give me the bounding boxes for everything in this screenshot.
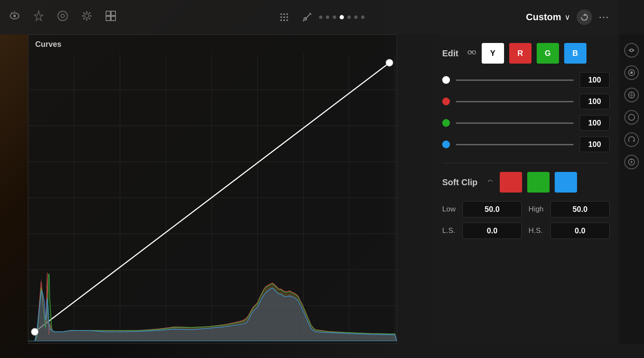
- svg-point-61: [629, 114, 635, 120]
- svg-point-27: [280, 19, 282, 21]
- custom-dropdown[interactable]: Custom ∨: [526, 12, 570, 23]
- svg-point-9: [86, 11, 88, 13]
- dots-grid-icon[interactable]: [278, 11, 290, 23]
- clip-btn-green[interactable]: [527, 172, 550, 193]
- more-icon[interactable]: ⋯: [598, 11, 610, 23]
- svg-line-50: [35, 63, 389, 332]
- svg-point-7: [61, 14, 64, 18]
- slider-track-green[interactable]: [456, 122, 574, 124]
- channel-btn-G[interactable]: G: [537, 43, 559, 64]
- slider-value-red[interactable]: 100: [580, 94, 610, 109]
- svg-point-8: [85, 14, 89, 18]
- clip-btn-blue[interactable]: [555, 172, 577, 193]
- link-icon[interactable]: [467, 48, 477, 59]
- chevron-down-icon: ∨: [565, 12, 570, 22]
- settings-circle-icon[interactable]: [81, 10, 93, 24]
- soft-clip-section: Soft Clip Low 50.0 High 50.0 L.S. 0.0 H.…: [442, 172, 610, 239]
- dot-navigation: [319, 15, 365, 19]
- edit-label: Edit: [442, 49, 459, 58]
- toolbar-center: [130, 10, 513, 24]
- channel-btn-Y[interactable]: Y: [482, 43, 504, 64]
- nav-dot-2[interactable]: [326, 15, 329, 19]
- cursor-icon[interactable]: [33, 10, 45, 24]
- low-label: Low: [442, 205, 456, 214]
- eyedropper-icon[interactable]: [302, 10, 314, 24]
- high-value-box[interactable]: 50.0: [550, 201, 610, 217]
- slider-track-red[interactable]: [456, 101, 574, 102]
- curves-canvas[interactable]: [28, 54, 397, 341]
- svg-point-52: [386, 59, 393, 66]
- clip-link-icon[interactable]: [486, 177, 495, 188]
- svg-point-13: [83, 12, 85, 14]
- slider-value-white[interactable]: 100: [580, 72, 610, 88]
- slider-dot-green: [442, 119, 450, 127]
- curves-panel: Curves: [28, 34, 397, 344]
- svg-point-15: [89, 12, 91, 14]
- svg-rect-19: [106, 16, 110, 21]
- clip-btn-red[interactable]: [500, 172, 522, 193]
- right-panel: Edit Y R G B 100: [434, 34, 618, 344]
- side-icon-1[interactable]: [624, 43, 639, 58]
- soft-clip-header: Soft Clip: [442, 172, 610, 193]
- svg-point-29: [286, 19, 288, 21]
- toolbar-left-icons: [9, 10, 117, 24]
- svg-point-23: [286, 13, 288, 15]
- svg-rect-17: [106, 11, 110, 15]
- slider-value-green[interactable]: 100: [580, 115, 610, 131]
- values-grid: Low 50.0 High 50.0 L.S. 0.0 H.S. 0.0: [442, 201, 610, 239]
- side-icon-2[interactable]: [624, 65, 639, 80]
- slider-row-green: 100: [442, 115, 610, 131]
- svg-line-3: [11, 12, 12, 13]
- view-icon[interactable]: [9, 10, 21, 24]
- svg-point-6: [58, 11, 67, 21]
- nav-dot-4[interactable]: [340, 15, 344, 19]
- side-icons-panel: [619, 34, 644, 344]
- nav-dot-3[interactable]: [333, 15, 336, 19]
- svg-point-11: [82, 15, 84, 17]
- channel-btn-B[interactable]: B: [564, 43, 586, 64]
- hs-value-box[interactable]: 0.0: [550, 223, 610, 239]
- custom-label: Custom: [526, 12, 561, 23]
- svg-rect-18: [111, 11, 115, 15]
- refresh-icon[interactable]: [577, 9, 592, 25]
- svg-point-1: [13, 15, 16, 17]
- curves-grid-svg: [28, 54, 397, 341]
- svg-point-51: [31, 328, 38, 335]
- low-value-box[interactable]: 50.0: [462, 201, 522, 217]
- svg-point-22: [283, 13, 285, 15]
- svg-marker-4: [34, 11, 43, 21]
- curves-title: Curves: [28, 35, 397, 54]
- svg-point-55: [630, 49, 633, 52]
- slider-dot-blue: [442, 141, 450, 148]
- side-icon-3[interactable]: [624, 88, 639, 102]
- svg-point-64: [631, 161, 632, 163]
- side-icon-5[interactable]: [624, 132, 639, 147]
- nav-dot-6[interactable]: [354, 15, 358, 19]
- soft-clip-label: Soft Clip: [442, 177, 477, 187]
- slider-value-blue[interactable]: 100: [580, 137, 610, 152]
- ls-value-box[interactable]: 0.0: [462, 223, 522, 239]
- side-icon-4[interactable]: [624, 110, 639, 125]
- svg-point-24: [280, 16, 282, 18]
- side-icon-6[interactable]: [624, 155, 639, 169]
- nav-dot-1[interactable]: [319, 15, 322, 19]
- slider-row-white: 100: [442, 72, 610, 88]
- slider-track-blue[interactable]: [456, 144, 574, 145]
- svg-point-16: [83, 18, 85, 20]
- svg-point-12: [90, 15, 91, 17]
- nav-dot-7[interactable]: [361, 15, 365, 19]
- svg-point-10: [86, 19, 88, 21]
- svg-point-14: [89, 18, 91, 20]
- grid-icon[interactable]: [105, 10, 117, 24]
- nav-dot-5[interactable]: [347, 15, 351, 19]
- slider-row-red: 100: [442, 94, 610, 109]
- slider-track-white[interactable]: [456, 80, 574, 81]
- channel-btn-R[interactable]: R: [509, 43, 532, 64]
- toolbar: Custom ∨ ⋯: [0, 0, 618, 34]
- circle-target-icon[interactable]: [57, 10, 69, 24]
- svg-point-21: [280, 13, 282, 15]
- ls-label: L.S.: [442, 226, 456, 235]
- edit-section: Edit Y R G B 100: [442, 43, 610, 152]
- slider-dot-white: [442, 76, 450, 84]
- hs-label: H.S.: [529, 226, 544, 235]
